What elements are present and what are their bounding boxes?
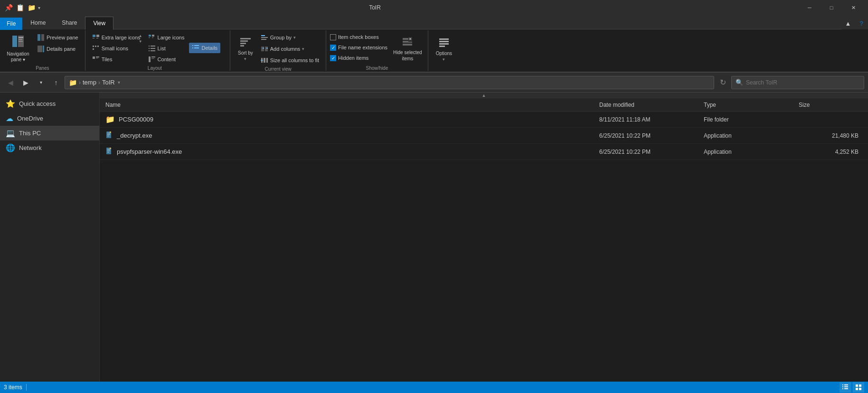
svg-rect-60	[439, 46, 445, 47]
path-dropdown-button[interactable]: ▾	[118, 80, 120, 85]
onedrive-icon: ☁	[6, 114, 13, 123]
tab-file[interactable]: File	[0, 18, 22, 30]
extra-large-icons-button[interactable]: Extra large icons	[89, 32, 143, 43]
restore-button[interactable]: □	[821, 0, 842, 15]
sort-by-button[interactable]: Sort by ▾	[234, 32, 257, 65]
svg-rect-69	[107, 152, 109, 152]
svg-rect-16	[93, 48, 94, 50]
item-check-boxes-checkbox[interactable]	[330, 34, 336, 40]
nav-pane-button[interactable]: Navigationpane ▾	[4, 32, 32, 65]
svg-rect-39	[240, 43, 246, 44]
file-name: _decrypt.exe	[117, 132, 152, 139]
table-row[interactable]: _decrypt.exe 6/25/2021 10:22 PM Applicat…	[100, 128, 868, 144]
address-path[interactable]: 📁 › temp › ToIR ▾	[65, 76, 714, 89]
forward-button[interactable]: ▶	[19, 76, 32, 89]
svg-rect-58	[439, 41, 449, 42]
hidden-items-checkbox[interactable]: ✓	[330, 55, 336, 61]
current-view-section-label: Current view	[265, 66, 292, 72]
window-title: ToIR	[46, 4, 704, 11]
refresh-button[interactable]: ↻	[716, 76, 729, 89]
back-button[interactable]: ◀	[4, 76, 17, 89]
group-by-label: Group by	[270, 35, 292, 40]
scroll-up-arrow[interactable]: ▲	[139, 33, 142, 39]
sidebar-item-network[interactable]: 🌐 Network	[0, 140, 99, 155]
nav-pane-label: Navigationpane ▾	[7, 51, 29, 63]
col-header-type[interactable]: Type	[700, 102, 795, 108]
file-name-extensions-checkbox[interactable]: ✓	[330, 45, 336, 51]
ribbon-section-show-hide: Item check boxes ✓ File name extensions …	[326, 30, 428, 71]
exe-icon	[105, 147, 113, 157]
hide-selected-items-button[interactable]: Hide selecteditems	[391, 32, 424, 65]
onedrive-label: OneDrive	[17, 115, 43, 122]
svg-rect-20	[149, 35, 151, 37]
table-row[interactable]: psvpfsparser-win64.exe 6/25/2021 10:22 P…	[100, 144, 868, 160]
file-list: ▲ Name Date modified Type Size 📁 PCSG000…	[100, 93, 868, 382]
tiles-button[interactable]: Tiles	[89, 54, 143, 65]
list-view-mode-button[interactable]	[840, 382, 851, 393]
svg-rect-64	[107, 136, 109, 136]
svg-rect-21	[152, 35, 154, 37]
group-by-button[interactable]: Group by ▾	[258, 32, 322, 43]
col-header-date[interactable]: Date modified	[595, 102, 700, 108]
tab-view[interactable]: View	[85, 17, 113, 30]
size-all-columns-button[interactable]: Size all columns to fit	[258, 55, 322, 66]
sidebar-item-onedrive[interactable]: ☁ OneDrive	[0, 111, 99, 126]
folder-icon[interactable]: 📁	[27, 3, 36, 12]
large-icons-button[interactable]: Large icons	[145, 32, 188, 43]
file-name-extensions-row[interactable]: ✓ File name extensions	[330, 43, 387, 52]
close-button[interactable]: ✕	[842, 0, 864, 15]
hidden-items-row[interactable]: ✓ Hidden items	[330, 53, 387, 63]
options-button[interactable]: Options ▾	[432, 32, 456, 65]
path-temp[interactable]: temp	[83, 79, 96, 86]
svg-rect-59	[439, 43, 449, 45]
up-button[interactable]: ↑	[49, 76, 63, 89]
add-columns-button[interactable]: Add columns ▾	[258, 44, 322, 54]
sidebar-item-this-pc[interactable]: 💻 This PC	[0, 126, 99, 140]
col-header-name[interactable]: Name	[102, 102, 595, 108]
grid-view-mode-button[interactable]	[853, 382, 864, 393]
table-row[interactable]: 📁 PCSG00009 8/11/2021 11:18 AM File fold…	[100, 112, 868, 128]
quick-access-dropdown[interactable]: ▾	[38, 5, 40, 10]
network-label: Network	[19, 144, 42, 151]
scroll-down-arrow[interactable]: ▼	[139, 39, 142, 45]
scroll-top[interactable]: ▲	[100, 93, 868, 98]
svg-marker-65	[110, 131, 111, 133]
col-header-size[interactable]: Size	[795, 102, 866, 108]
svg-rect-42	[261, 37, 268, 38]
recent-locations-button[interactable]: ▾	[34, 76, 47, 89]
main-area: ⭐ Quick access ☁ OneDrive 💻 This PC 🌐 Ne…	[0, 93, 868, 382]
small-icons-button[interactable]: Small icons	[89, 43, 143, 54]
svg-rect-44	[261, 47, 264, 51]
ribbon-section-panes: Navigationpane ▾ Preview pane	[0, 30, 85, 71]
help-button[interactable]: ?	[855, 17, 868, 30]
minimize-button[interactable]: ─	[799, 0, 821, 15]
path-folder-icon: 📁	[69, 79, 77, 86]
svg-rect-9	[93, 35, 95, 37]
svg-rect-29	[151, 50, 155, 51]
layout-col: Extra large icons Small icons Tiles ▲ ▼	[89, 32, 143, 65]
svg-rect-28	[149, 50, 150, 51]
svg-rect-78	[859, 384, 861, 387]
item-check-boxes-row[interactable]: Item check boxes	[330, 32, 387, 42]
svg-rect-15	[97, 46, 99, 47]
file-type: Application	[700, 132, 795, 139]
content-button[interactable]: Content	[145, 54, 188, 65]
tab-home[interactable]: Home	[22, 16, 54, 29]
panes-content: Navigationpane ▾ Preview pane	[4, 32, 81, 65]
ribbon-content: Navigationpane ▾ Preview pane	[0, 29, 868, 72]
search-input[interactable]	[746, 79, 860, 86]
sidebar-item-quick-access[interactable]: ⭐ Quick access	[0, 96, 99, 111]
pin-icon[interactable]: 📌	[4, 3, 13, 12]
details-pane-button[interactable]: Details pane	[34, 44, 81, 54]
details-button[interactable]: Details	[189, 43, 220, 53]
path-toir[interactable]: ToIR	[102, 79, 115, 86]
svg-rect-80	[859, 388, 861, 390]
svg-rect-13	[93, 46, 94, 47]
collapse-ribbon-button[interactable]: ▲	[841, 17, 855, 30]
clipboard-icon[interactable]: 📋	[15, 3, 25, 12]
tab-share[interactable]: Share	[54, 16, 85, 29]
preview-pane-button[interactable]: Preview pane	[34, 32, 81, 43]
options-label: Options	[436, 51, 452, 56]
list-button[interactable]: List	[145, 43, 188, 54]
svg-rect-24	[149, 46, 150, 47]
